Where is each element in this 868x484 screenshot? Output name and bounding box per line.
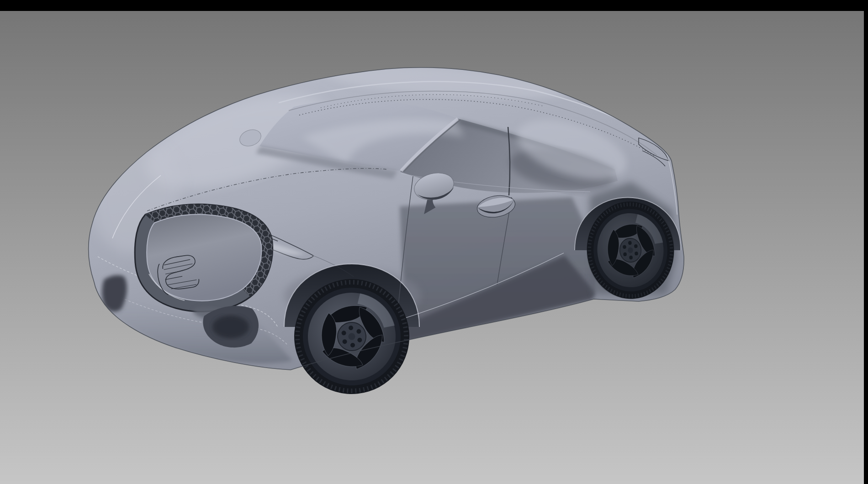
letterbox-right-bar bbox=[864, 0, 868, 484]
letterbox-top-bar bbox=[0, 0, 868, 11]
car-render-canvas bbox=[0, 0, 868, 484]
render-viewport[interactable] bbox=[0, 0, 868, 484]
grille-inner-panel bbox=[147, 215, 261, 301]
intake-cavity bbox=[212, 316, 249, 338]
rear-wheel-shade bbox=[587, 201, 674, 299]
front-grille bbox=[135, 204, 272, 311]
